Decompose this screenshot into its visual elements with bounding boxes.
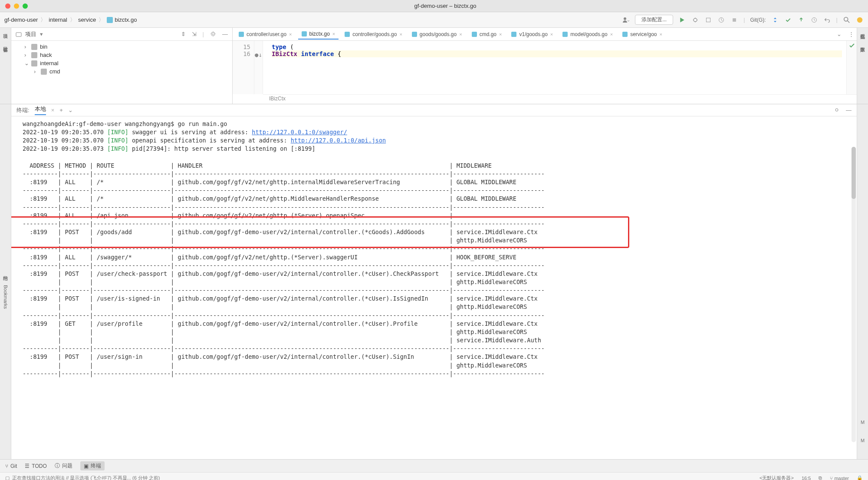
status-branch[interactable]: ⑂ master [830,476,849,480]
bottombar-terminal[interactable]: ▣终端 [80,461,105,470]
expand-all-icon[interactable]: ⇕ [181,31,186,37]
breadcrumb-separator: 〉 [70,16,76,24]
status-cursor-position[interactable]: 16:5 [802,476,811,480]
inspection-ok-icon[interactable] [849,43,855,49]
tabs-overflow-icon[interactable]: ⌄ [837,31,842,37]
editor-tab[interactable]: service/goo× [619,30,666,39]
tree-caret-icon: › [24,43,29,50]
gear-icon[interactable] [210,31,216,37]
maximize-window-icon[interactable] [23,3,28,9]
tree-item[interactable]: ›bin [15,43,229,51]
search-icon[interactable] [843,16,851,24]
status-server[interactable]: <无默认服务器> [760,475,794,480]
svg-point-2 [694,18,697,22]
tab-label: controller/goods.go [352,31,397,37]
terminal-header: 终端: 本地 × + ⌄ — [11,104,857,116]
chevron-down-icon[interactable]: ▾ [40,31,43,37]
code-area[interactable]: type ( IBizCtx interface { [263,41,846,94]
profile-icon[interactable] [717,16,725,24]
code-line[interactable]: IBizCtx interface { [272,50,842,57]
terminal-tab[interactable]: 本地 [35,105,46,115]
status-lock-icon[interactable]: 🔒 [857,475,863,480]
terminal-link[interactable]: http://127.0.0.1:0/swagger/ [252,129,347,136]
breadcrumb-segment[interactable]: internal [49,17,67,23]
collapse-all-icon[interactable]: ⇲ [192,31,197,37]
close-window-icon[interactable] [5,3,10,9]
tree-item[interactable]: ⌄internal [15,59,229,67]
svg-point-1 [624,17,626,20]
status-encoding[interactable]: ⧉ [819,475,822,480]
close-icon[interactable]: × [550,32,553,37]
breadcrumb-file[interactable]: bizctx.go [115,17,137,23]
editor-tab[interactable]: cmd.go× [468,30,506,39]
editor-breadcrumb[interactable]: IBizCtx [263,94,857,104]
breadcrumb-separator: 〉 [99,16,104,24]
editor-tab[interactable]: v1/goods.go× [508,30,556,39]
gutter-bookmarks-tab[interactable]: Bookmarks [3,285,8,309]
svg-point-11 [835,109,838,111]
svg-point-7 [844,17,848,21]
breadcrumb-separator: 〉 [40,16,46,24]
breadcrumb-segment[interactable]: gf-demo-user [4,17,38,23]
debug-icon[interactable] [691,16,699,24]
git-push-icon[interactable] [797,16,805,24]
tree-item-label: internal [40,60,59,66]
editor-tab[interactable]: controller/goods.go× [341,30,406,39]
tree-item[interactable]: ›cmd [15,67,229,76]
hide-icon[interactable]: — [846,107,852,113]
git-history-icon[interactable] [810,16,818,24]
code-line[interactable]: type ( [272,43,842,50]
svg-point-8 [857,17,862,22]
close-icon[interactable]: × [610,32,613,37]
close-icon[interactable]: × [660,32,662,37]
go-file-icon [472,32,477,37]
project-tree[interactable]: ›bin›hack⌄internal›cmd [11,41,232,77]
hide-icon[interactable]: — [222,31,228,37]
scrollbar-thumb[interactable] [852,147,856,199]
stop-icon[interactable] [730,16,738,24]
terminal-link[interactable]: http://127.0.0.1:0/api.json [291,137,386,144]
coverage-icon[interactable] [704,16,712,24]
terminal-output[interactable]: wangzhoangdeAir:gf-demo-user wangzhongya… [11,116,857,459]
left-tool-gutter: 项目 书签窗口 [0,28,11,104]
bottombar-problems[interactable]: ⓘ问题 [55,462,72,470]
editor-tab[interactable]: goods/goods.go× [408,30,466,39]
close-icon[interactable]: × [399,32,402,37]
gutter-icons: ●↓ [254,41,263,94]
status-message: 正在查找接口方法的用法 // 显示选项 (飞介#F7) 不再显... (6 分钟… [12,475,160,480]
close-icon[interactable]: × [459,32,462,37]
bottombar-todo[interactable]: ☰TODO [25,463,46,469]
breadcrumb-segment[interactable]: service [78,17,96,23]
git-update-icon[interactable] [771,16,779,24]
branch-icon: ⑂ [5,463,8,469]
gear-icon[interactable] [834,107,840,113]
tab-label: v1/goods.go [519,31,547,37]
editor-tab[interactable]: controller/user.go× [235,30,296,39]
git-commit-icon[interactable] [784,16,792,24]
editor-tab[interactable]: bizctx.go× [298,29,339,40]
editor-tab[interactable]: model/goods.go× [559,30,616,39]
run-config-dropdown[interactable]: 添加配置... [635,15,673,25]
tree-item-label: hack [40,52,52,58]
add-terminal-icon[interactable]: + [59,107,63,113]
line-numbers: 1516 [233,41,254,94]
git-rollback-icon[interactable] [823,16,831,24]
minimize-window-icon[interactable] [14,3,19,9]
terminal-dropdown-icon[interactable]: ⌄ [68,107,73,113]
statusbar-ide-icon[interactable]: ▢ [5,475,10,480]
tree-item[interactable]: ›hack [15,51,229,59]
highlighted-route-row [11,216,629,248]
run-icon[interactable] [678,16,686,24]
ide-settings-icon[interactable] [856,16,864,24]
bottombar-git[interactable]: ⑂Git [5,463,17,469]
tabs-menu-icon[interactable]: ⋮ [848,31,854,37]
scrollbar-track[interactable] [852,147,856,442]
folder-icon [31,60,37,66]
user-dropdown-icon[interactable] [622,16,630,24]
tree-item-label: cmd [49,68,60,75]
close-icon[interactable]: × [332,31,335,36]
close-icon[interactable]: × [51,107,55,113]
project-header-title: 项目 [25,30,36,38]
close-icon[interactable]: × [499,32,502,37]
close-icon[interactable]: × [289,32,292,37]
